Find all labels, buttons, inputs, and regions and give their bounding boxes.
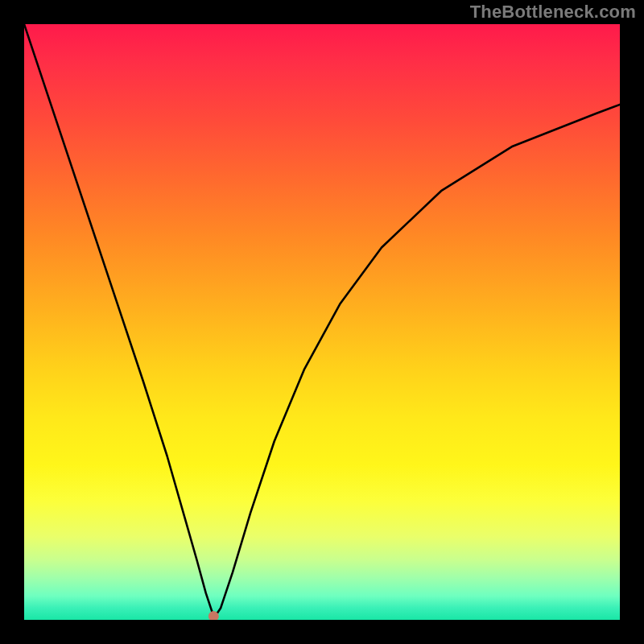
watermark-text: TheBottleneck.com [470,2,636,23]
bottleneck-curve [24,24,620,617]
chart-frame: TheBottleneck.com [0,0,644,644]
minimum-marker [208,612,218,620]
curve-layer [24,24,620,620]
plot-area [24,24,620,620]
